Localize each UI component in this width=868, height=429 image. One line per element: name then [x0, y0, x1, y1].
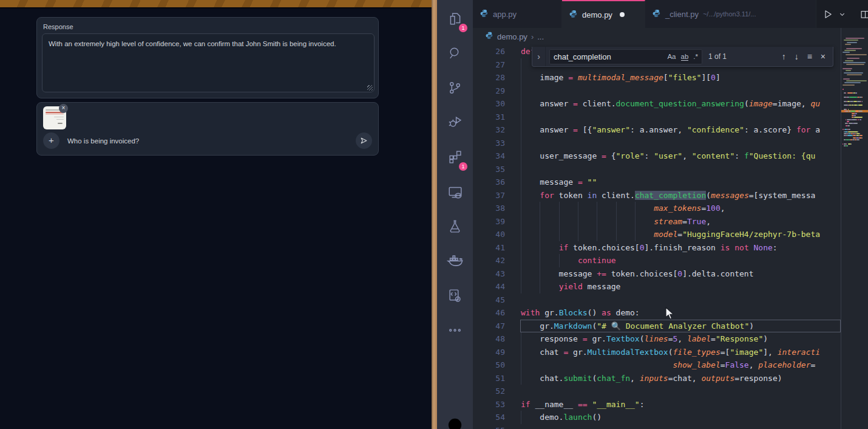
line-number: 29 [473, 84, 505, 98]
close-find-icon[interactable]: × [821, 52, 826, 61]
chat-message-input[interactable]: Who is being invoiced? [67, 137, 356, 145]
activity-item-account[interactable] [437, 417, 473, 429]
line-number: 40 [473, 228, 505, 241]
run-dropdown-chevron-icon[interactable] [839, 11, 846, 18]
line-number: 28 [473, 71, 505, 84]
code-line-42[interactable]: 42 continue [473, 254, 841, 267]
breadcrumb-more[interactable]: ... [537, 32, 544, 41]
whole-word-icon[interactable]: ab [681, 53, 689, 61]
remove-attachment-button[interactable]: × [59, 104, 68, 113]
activity-item-more[interactable] [437, 314, 473, 349]
code-line-41[interactable]: 41 if token.choices[0].finish_reason is … [473, 241, 841, 255]
line-number: 39 [473, 215, 505, 228]
unsaved-dot-icon[interactable] [620, 12, 625, 17]
code-line-44[interactable]: 44 yield message [473, 280, 841, 293]
code-line-43[interactable]: 43 message += token.choices[0].delta.con… [473, 267, 841, 281]
code-editor[interactable]: 26def2728 image = multimodal_message["fi… [473, 45, 841, 429]
line-number: 37 [473, 189, 505, 202]
run-button-icon[interactable] [822, 9, 833, 19]
match-case-icon[interactable]: Aa [667, 53, 676, 60]
activity-item-extensions[interactable]: 1 [437, 141, 473, 176]
line-number: 42 [473, 254, 505, 267]
activity-item-run-debug[interactable] [437, 106, 473, 141]
code-line-39[interactable]: 39 stream=True, [473, 215, 841, 228]
code-line-29[interactable]: 29 [473, 84, 841, 98]
python-file-icon [569, 10, 578, 20]
response-value: With an extremely high level of confiden… [49, 40, 336, 47]
find-query[interactable]: chat_completion [554, 52, 662, 61]
activity-item-docker[interactable] [437, 245, 473, 280]
line-number: 32 [473, 123, 505, 137]
activity-item-search[interactable] [437, 37, 473, 72]
line-number: 41 [473, 241, 505, 255]
code-line-37[interactable]: 37 for token in client.chat_completion(m… [473, 189, 841, 202]
tab-_client.py[interactable]: _client.py~/.../python3.11/... [645, 0, 816, 28]
paper-plane-icon [360, 137, 368, 145]
code-line-47[interactable]: 47 gr.Markdown("# 🔍 Document Analyzer Ch… [473, 320, 841, 333]
minimap[interactable] [841, 28, 868, 429]
line-number: 26 [473, 45, 505, 58]
code-line-53[interactable]: 53if __name__ == "__main__": [473, 398, 841, 411]
activity-item-testing[interactable] [437, 210, 473, 245]
line-number: 47 [473, 320, 505, 333]
code-line-55[interactable]: 55 [473, 424, 841, 429]
code-line-30[interactable]: 30 answer = client.document_question_ans… [473, 97, 841, 111]
activity-item-container-tools[interactable] [437, 280, 473, 314]
tab-app.py[interactable]: app.py [473, 0, 562, 28]
search-icon [447, 46, 463, 63]
source-control-icon [447, 80, 463, 98]
line-number: 49 [473, 346, 505, 359]
find-next-icon[interactable]: ↓ [795, 52, 799, 61]
code-line-36[interactable]: 36 message = "" [473, 176, 841, 189]
line-number: 50 [473, 359, 505, 372]
code-line-34[interactable]: 34 user_message = {"role": "user", "cont… [473, 149, 841, 163]
line-number: 34 [473, 149, 505, 163]
find-previous-icon[interactable]: ↑ [782, 52, 786, 61]
line-number: 45 [473, 293, 505, 307]
activity-item-remote-explorer[interactable] [437, 176, 473, 210]
breadcrumb-file[interactable]: demo.py [497, 32, 527, 41]
panel-divider[interactable] [432, 0, 437, 429]
code-line-49[interactable]: 49 chat = gr.MultimodalTextbox(file_type… [473, 346, 841, 359]
breadcrumb[interactable]: demo.py › ... [473, 28, 841, 45]
split-editor-icon[interactable] [860, 9, 868, 19]
toggle-replace-chevron-icon[interactable]: › [532, 47, 546, 66]
editor-actions [816, 0, 868, 28]
code-line-28[interactable]: 28 image = multimodal_message["files"][0… [473, 71, 841, 84]
line-number: 38 [473, 202, 505, 215]
activity-item-explorer[interactable]: 1 [437, 2, 473, 37]
code-line-50[interactable]: 50 show_label=False, placeholder= [473, 359, 841, 372]
find-results-count: 1 of 1 [708, 52, 727, 61]
add-file-button[interactable]: + [43, 132, 59, 149]
code-line-38[interactable]: 38 max_tokens=100, [473, 202, 841, 215]
code-line-51[interactable]: 51 chat.submit(chat_fn, inputs=chat, out… [473, 372, 841, 385]
chat-input-row: + Who is being invoiced? [43, 132, 372, 149]
code-line-48[interactable]: 48 response = gr.Textbox(lines=5, label=… [473, 332, 841, 346]
resize-handle[interactable] [367, 85, 373, 91]
code-line-31[interactable]: 31 [473, 111, 841, 124]
screen: Response With an extremely high level of… [0, 0, 868, 429]
line-number: 44 [473, 280, 505, 293]
find-in-selection-icon[interactable]: ≡ [807, 52, 812, 61]
tab-label: demo.py [582, 10, 612, 19]
code-line-46[interactable]: 46with gr.Blocks() as demo: [473, 306, 841, 320]
activity-item-source-control[interactable] [437, 72, 473, 106]
response-textarea[interactable]: With an extremely high level of confiden… [42, 33, 375, 92]
tab-demo.py[interactable]: demo.py [562, 0, 645, 28]
tab-label: app.py [493, 10, 517, 19]
find-input[interactable]: chat_completion Aa ab .* [549, 49, 702, 64]
line-number: 33 [473, 137, 505, 150]
line-number: 51 [473, 372, 505, 385]
code-line-33[interactable]: 33 [473, 137, 841, 150]
send-button[interactable] [356, 132, 372, 149]
regex-icon[interactable]: .* [693, 53, 698, 60]
editor-area: app.py demo.py _client.py~/.../python3.1… [473, 0, 868, 429]
remote-explorer-icon [447, 184, 463, 202]
code-line-45[interactable]: 45 [473, 293, 841, 307]
code-line-52[interactable]: 52 [473, 385, 841, 398]
activity-bar: 11 [437, 0, 473, 429]
code-line-35[interactable]: 35 [473, 163, 841, 176]
code-line-32[interactable]: 32 answer = [{"answer": a.answer, "confi… [473, 123, 841, 137]
code-line-40[interactable]: 40 model="HuggingFaceH4/zephyr-7b-beta [473, 228, 841, 241]
code-line-54[interactable]: 54 demo.launch() [473, 411, 841, 424]
